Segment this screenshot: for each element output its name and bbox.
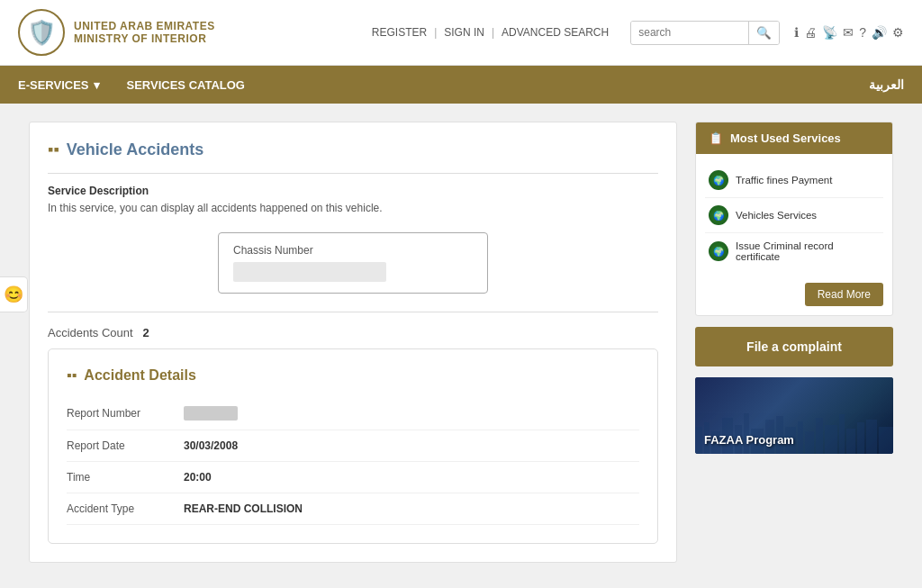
- service-icon-vehicles: 🌍: [709, 205, 728, 225]
- accident-card-title-area: ▪▪ Accident Details: [67, 367, 639, 384]
- svg-rect-18: [879, 427, 893, 454]
- main-container: ▪▪ Vehicle Accidents Service Description…: [20, 122, 902, 563]
- most-used-header: 📋 Most Used Services: [696, 122, 892, 154]
- svg-rect-12: [816, 418, 823, 454]
- report-date-label: Report Date: [67, 439, 184, 452]
- most-used-title: Most Used Services: [730, 131, 841, 145]
- feedback-tab[interactable]: 😊: [0, 276, 28, 312]
- table-row: Time 20:00: [67, 462, 639, 493]
- org-line2: MINISTRY OF INTERIOR: [74, 32, 215, 45]
- logo-area: 🛡️ UNITED ARAB EMIRATES MINISTRY OF INTE…: [18, 9, 215, 56]
- help-icon[interactable]: ?: [859, 25, 866, 40]
- accident-type-value: REAR-END COLLISION: [184, 502, 303, 515]
- sidebar: 📋 Most Used Services 🌍 Traffic fines Pay…: [695, 122, 893, 563]
- list-item: 🌍 Vehicles Services: [705, 198, 883, 233]
- print-icon[interactable]: 🖨: [804, 25, 817, 40]
- accidents-count-value: 2: [143, 326, 149, 339]
- most-used-icon: 📋: [709, 131, 723, 145]
- page-title-area: ▪▪ Vehicle Accidents: [48, 140, 658, 159]
- svg-rect-13: [825, 425, 837, 454]
- most-used-list: 🌍 Traffic fines Payment 🌍 Vehicles Servi…: [696, 154, 892, 274]
- list-item: 🌍 Traffic fines Payment: [705, 163, 883, 198]
- search-box: 🔍: [630, 21, 780, 45]
- time-label: Time: [67, 471, 184, 484]
- org-line1: UNITED ARAB EMIRATES: [74, 20, 215, 32]
- org-name: UNITED ARAB EMIRATES MINISTRY OF INTERIO…: [74, 20, 215, 45]
- accident-card: ▪▪ Accident Details Report Number Report…: [48, 348, 658, 544]
- traffic-fines-link[interactable]: Traffic fines Payment: [736, 175, 832, 185]
- table-row: Accident Type REAR-END COLLISION: [67, 493, 639, 525]
- accident-type-label: Accident Type: [67, 502, 184, 515]
- page-title-icon: ▪▪: [48, 140, 59, 159]
- table-row: Report Date 30/03/2008: [67, 430, 639, 462]
- svg-rect-16: [857, 422, 864, 454]
- services-catalog-nav[interactable]: SERVICES CATALOG: [127, 68, 245, 103]
- service-icon-traffic: 🌍: [709, 170, 728, 190]
- navbar: E-SERVICES ▾ SERVICES CATALOG العربية: [0, 66, 922, 104]
- time-value: 20:00: [184, 471, 212, 484]
- accidents-count-row: Accidents Count 2: [48, 326, 658, 339]
- accidents-count-label: Accidents Count: [48, 326, 133, 339]
- report-number-value: [184, 406, 238, 421]
- complaint-button[interactable]: File a complaint: [695, 327, 893, 366]
- info-icon[interactable]: ℹ: [794, 25, 799, 40]
- report-number-label: Report Number: [67, 407, 184, 420]
- list-item: 🌍 Issue Criminal record certificate: [705, 233, 883, 269]
- header-nav: REGISTER | SIGN IN | ADVANCED SEARCH: [365, 26, 616, 39]
- svg-rect-14: [839, 414, 845, 454]
- vehicles-services-link[interactable]: Vehicles Services: [736, 210, 817, 221]
- fazaa-label: FAZAA Program: [695, 426, 803, 454]
- header-right: REGISTER | SIGN IN | ADVANCED SEARCH 🔍 ℹ…: [365, 21, 904, 45]
- chassis-number-input[interactable]: [233, 262, 386, 282]
- chassis-form: Chassis Number: [48, 232, 658, 294]
- chevron-down-icon: ▾: [94, 78, 100, 92]
- e-services-nav[interactable]: E-SERVICES ▾: [18, 68, 100, 103]
- search-button[interactable]: 🔍: [748, 22, 779, 44]
- read-more-row: Read More: [696, 274, 892, 315]
- settings-icon[interactable]: ⚙: [892, 25, 904, 40]
- navbar-left: E-SERVICES ▾ SERVICES CATALOG: [18, 68, 245, 103]
- service-description-text: In this service, you can display all acc…: [48, 202, 658, 214]
- sound-icon[interactable]: 🔊: [872, 25, 887, 40]
- form-divider: [48, 312, 658, 312]
- page-title: Vehicle Accidents: [67, 140, 203, 159]
- read-more-button[interactable]: Read More: [805, 283, 883, 306]
- advanced-search-link[interactable]: ADVANCED SEARCH: [494, 26, 616, 39]
- search-input[interactable]: [631, 22, 748, 43]
- register-link[interactable]: REGISTER: [365, 26, 434, 39]
- fazaa-box[interactable]: FAZAA Program: [695, 377, 893, 454]
- sign-in-link[interactable]: SIGN IN: [437, 26, 492, 39]
- chassis-label: Chassis Number: [233, 244, 473, 257]
- table-row: Report Number: [67, 397, 639, 430]
- svg-rect-17: [866, 420, 877, 454]
- header-icons: ℹ 🖨 📡 ✉ ? 🔊 ⚙: [794, 25, 904, 40]
- rss-icon[interactable]: 📡: [822, 25, 837, 40]
- svg-rect-11: [805, 431, 814, 454]
- most-used-box: 📋 Most Used Services 🌍 Traffic fines Pay…: [695, 122, 893, 316]
- content-area: ▪▪ Vehicle Accidents Service Description…: [29, 122, 677, 563]
- title-divider: [48, 173, 658, 174]
- email-icon[interactable]: ✉: [843, 25, 854, 40]
- service-description-label: Service Description: [48, 185, 658, 197]
- chassis-input-container: Chassis Number: [218, 232, 488, 294]
- logo-emblem: 🛡️: [18, 9, 65, 56]
- report-date-value: 30/03/2008: [184, 439, 238, 452]
- svg-rect-15: [846, 429, 855, 454]
- header: 🛡️ UNITED ARAB EMIRATES MINISTRY OF INTE…: [0, 0, 922, 66]
- service-icon-criminal: 🌍: [709, 241, 728, 261]
- accident-card-title: Accident Details: [84, 367, 195, 384]
- criminal-record-link[interactable]: Issue Criminal record certificate: [736, 240, 880, 262]
- accident-card-icon: ▪▪: [67, 367, 77, 384]
- arabic-toggle[interactable]: العربية: [869, 77, 904, 92]
